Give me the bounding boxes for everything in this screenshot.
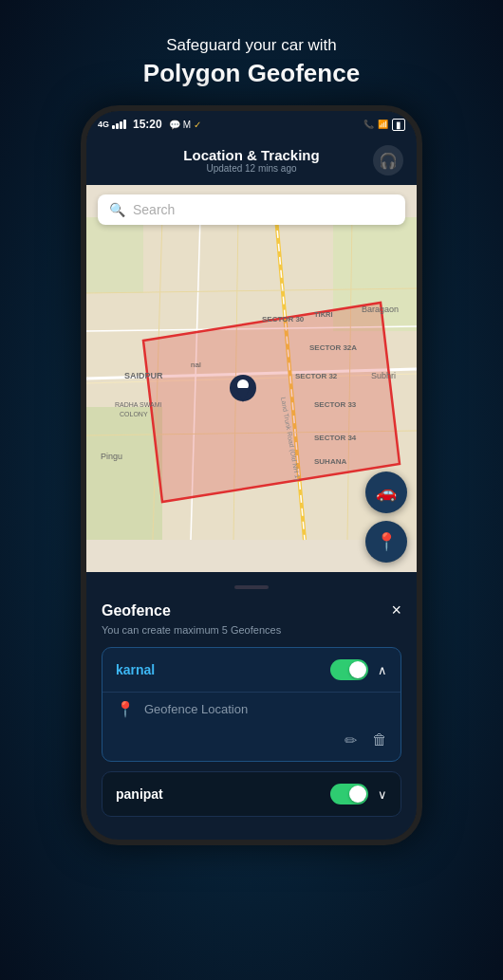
geofence-location-row: 📍 Geofence Location xyxy=(116,700,387,718)
svg-text:SECTOR 34: SECTOR 34 xyxy=(314,434,357,442)
status-left: 4G 15:20 💬 M ✓ xyxy=(98,118,201,131)
toggle-knob-2 xyxy=(349,786,366,803)
app-bar-center: Location & Tracking Updated 12 mins ago xyxy=(183,147,319,174)
geofence-actions: ✏ 🗑 xyxy=(116,731,387,749)
svg-text:nal: nal xyxy=(191,361,201,369)
status-bar: 4G 15:20 💬 M ✓ 📞 📶 ▮ xyxy=(86,111,417,138)
map-area[interactable]: SAIDPUR RADHA SWAMI COLONY SECTOR 30 TIK… xyxy=(86,185,417,572)
geofence-panipat-toggle[interactable] xyxy=(330,784,368,804)
geofence-karnal-header: karnal ∧ xyxy=(102,648,401,692)
svg-text:SECTOR 32: SECTOR 32 xyxy=(295,372,338,380)
geofence-item-karnal: karnal ∧ 📍 Geofence Location ✏ 🗑 xyxy=(102,647,401,762)
svg-text:Subhri: Subhri xyxy=(371,371,396,380)
bottom-sheet: Geofence × You can create maximum 5 Geof… xyxy=(86,572,417,840)
svg-text:COLONY: COLONY xyxy=(120,411,148,417)
signal-4g: 4G xyxy=(98,120,109,129)
header-title: Polygon Geofence xyxy=(143,59,360,88)
status-right-icons: 📞 📶 ▮ xyxy=(363,119,405,131)
svg-text:Baragaon: Baragaon xyxy=(362,305,399,314)
geofence-karnal-toggle[interactable] xyxy=(330,659,368,680)
svg-text:SECTOR 33: SECTOR 33 xyxy=(314,400,357,409)
whatsapp-icon: 💬 xyxy=(169,120,180,130)
search-placeholder: Search xyxy=(133,202,175,217)
svg-text:SAIDPUR: SAIDPUR xyxy=(124,371,163,380)
geofence-panipat-name: panipat xyxy=(116,786,163,802)
app-bar: Location & Tracking Updated 12 mins ago … xyxy=(86,138,417,185)
chevron-up-icon[interactable]: ∧ xyxy=(378,663,387,677)
geofence-panipat-header: panipat ∨ xyxy=(102,772,401,816)
edit-icon[interactable]: ✏ xyxy=(345,731,357,749)
svg-text:RADHA SWAMI: RADHA SWAMI xyxy=(115,401,162,408)
sheet-header: Geofence × xyxy=(102,601,401,620)
svg-text:TIKRI: TIKRI xyxy=(314,310,333,319)
phone-icon: 📞 xyxy=(363,120,374,129)
svg-rect-1 xyxy=(86,407,162,540)
geofence-karnal-body: 📍 Geofence Location ✏ 🗑 xyxy=(102,692,401,761)
location-pin-icon: 📍 xyxy=(116,700,135,718)
car-location-fab[interactable]: 🚗 xyxy=(365,472,407,513)
chevron-down-icon[interactable]: ∨ xyxy=(378,787,387,802)
svg-text:Pingu: Pingu xyxy=(101,452,122,461)
phone-frame: 4G 15:20 💬 M ✓ 📞 📶 ▮ Location & Tracking… xyxy=(81,105,422,845)
geofence-panipat-controls: ∨ xyxy=(330,784,387,804)
svg-rect-3 xyxy=(86,217,143,293)
headset-button[interactable]: 🎧 xyxy=(373,145,403,176)
map-fabs: 🚗 📍 xyxy=(365,472,407,563)
app-bar-title: Location & Tracking xyxy=(183,147,319,163)
geofence-location-label: Geofence Location xyxy=(144,702,248,716)
geofence-item-panipat: panipat ∨ xyxy=(102,771,401,817)
search-icon: 🔍 xyxy=(109,202,125,217)
svg-text:SECTOR 30: SECTOR 30 xyxy=(262,315,305,324)
drag-handle xyxy=(234,585,269,589)
sheet-title: Geofence xyxy=(102,602,171,619)
geofence-karnal-name: karnal xyxy=(116,662,155,677)
battery-icon: ▮ xyxy=(392,119,405,131)
wifi-icon: 📶 xyxy=(378,120,388,129)
sheet-close-button[interactable]: × xyxy=(391,601,401,620)
signal-bars xyxy=(112,120,126,129)
svg-text:SECTOR 32A: SECTOR 32A xyxy=(309,343,357,352)
maps-icon: M xyxy=(183,120,191,130)
pin-fab[interactable]: 📍 xyxy=(365,521,407,563)
search-bar[interactable]: 🔍 Search xyxy=(98,194,405,225)
check-icon: ✓ xyxy=(194,120,201,130)
header-subtitle: Safeguard your car with xyxy=(143,36,360,55)
status-time: 15:20 xyxy=(133,118,162,131)
delete-icon[interactable]: 🗑 xyxy=(372,731,387,749)
svg-text:SUHANA: SUHANA xyxy=(314,457,346,466)
toggle-knob xyxy=(349,661,366,678)
sheet-description: You can create maximum 5 Geofences xyxy=(102,624,401,636)
app-bar-subtitle: Updated 12 mins ago xyxy=(183,163,319,174)
header-section: Safeguard your car with Polygon Geofence xyxy=(143,36,360,88)
geofence-karnal-controls: ∧ xyxy=(330,659,387,680)
